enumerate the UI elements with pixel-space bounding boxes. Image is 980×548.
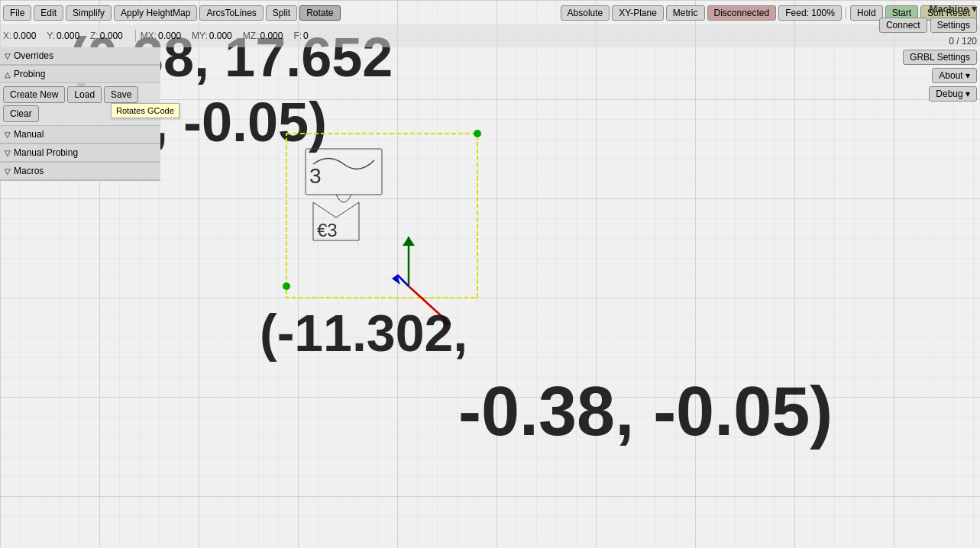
overrides-chevron: ▽ (5, 52, 11, 60)
y-value: 0.000 (57, 31, 87, 41)
disconnected-button[interactable]: Disconnected (707, 5, 777, 21)
hold-button[interactable]: Hold (850, 5, 883, 21)
metric-button[interactable]: Metric (666, 5, 705, 21)
tooltip-text: Rotates GCode (116, 106, 174, 115)
create-new-button[interactable]: Create New (3, 86, 65, 103)
macros-label: Macros (14, 166, 44, 176)
mx-value: 0.000 (158, 31, 189, 41)
manual-probing-header[interactable]: ▽ Manual Probing (0, 144, 160, 162)
about-row: About ▾ (932, 68, 977, 83)
manual-chevron: ▽ (5, 131, 11, 139)
file-button[interactable]: File (3, 5, 31, 21)
rotate-tooltip: Rotates GCode (111, 103, 180, 118)
overrides-section: ▽ Overrides (0, 47, 160, 66)
f-label: F: (293, 31, 302, 41)
macros-header[interactable]: ▽ Macros (0, 163, 160, 180)
mx-coord-display: MX: 0.000 (141, 31, 189, 41)
my-label: MY: (192, 31, 208, 41)
macros-chevron: ▽ (5, 167, 11, 176)
svg-text:, -0.05): , -0.05) (153, 92, 327, 153)
arcs-to-lines-button[interactable]: ArcsToLines (199, 5, 263, 21)
x-value: 0.000 (13, 31, 44, 41)
grbl-row: GRBL Settings (903, 50, 977, 65)
x-coord-display: X: 0.000 (3, 31, 44, 41)
x-label: X: (3, 31, 11, 41)
z-coord-display: Z: 0.000 (90, 31, 131, 41)
settings-button[interactable]: Settings (930, 18, 977, 33)
manual-probing-section: ▽ Manual Probing (0, 144, 160, 163)
top-toolbar: File Edit Simplify Apply HeightMap ArcsT… (0, 0, 980, 47)
absolute-button[interactable]: Absolute (561, 5, 610, 21)
xy-plane-button[interactable]: XY-Plane (612, 5, 664, 21)
split-button[interactable]: Split (266, 5, 297, 21)
z-label: Z: (90, 31, 99, 41)
feed-button[interactable]: Feed: 100% (778, 5, 842, 21)
separator1 (846, 7, 846, 19)
save-button[interactable]: Save (104, 86, 138, 103)
toolbar-row2: X: 0.000 Y: 0.000 Z: 0.000 MX: 0.000 MY:… (0, 24, 980, 47)
edit-button[interactable]: Edit (34, 5, 63, 21)
mz-label: MZ: (243, 31, 259, 41)
macros-section: ▽ Macros (0, 163, 160, 181)
progress-text: 0 / 120 (949, 36, 977, 47)
y-coord-display: Y: 0.000 (47, 31, 87, 41)
apply-heightmap-button[interactable]: Apply HeightMap (114, 5, 197, 21)
my-value: 0.000 (209, 31, 240, 41)
rotate-button[interactable]: Rotate (299, 5, 340, 21)
overrides-header[interactable]: ▽ Overrides (0, 47, 160, 65)
svg-point-9 (474, 130, 481, 137)
probing-label: Probing (14, 69, 45, 79)
connect-settings-row: Connect Settings (879, 18, 977, 33)
debug-row: Debug ▾ (929, 86, 977, 102)
f-coord-display: F: 0 (293, 31, 334, 41)
manual-label: Manual (14, 129, 44, 140)
svg-text:€3: €3 (317, 220, 338, 240)
mz-coord-display: MZ: 0.000 (243, 31, 291, 41)
probing-chevron: △ (5, 70, 11, 79)
overrides-label: Overrides (14, 50, 53, 61)
machine-label[interactable]: Machine ▾ (929, 3, 977, 15)
progress-row: 0 / 120 (949, 36, 977, 47)
right-panel: Machine ▾ Connect Settings 0 / 120 GRBL … (888, 0, 980, 105)
about-button[interactable]: About ▾ (932, 68, 977, 83)
simplify-button[interactable]: Simplify (66, 5, 112, 21)
grbl-settings-button[interactable]: GRBL Settings (903, 50, 977, 65)
y-label: Y: (47, 31, 55, 41)
mx-label: MX: (141, 31, 157, 41)
coord-separator (135, 30, 136, 42)
f-value: 0 (303, 31, 334, 41)
probing-header[interactable]: △ Probing (0, 66, 160, 83)
svg-text:-0.38, -0.05): -0.38, -0.05) (458, 373, 833, 450)
my-coord-display: MY: 0.000 (192, 31, 240, 41)
machine-row: Machine ▾ (929, 3, 977, 15)
mz-value: 0.000 (260, 31, 290, 41)
manual-probing-chevron: ▽ (5, 149, 11, 157)
load-button[interactable]: Load (67, 86, 102, 103)
clear-button[interactable]: Clear (3, 105, 39, 122)
svg-text:3: 3 (309, 164, 322, 188)
connect-button[interactable]: Connect (879, 18, 927, 33)
manual-header[interactable]: ▽ Manual (0, 126, 160, 143)
debug-button[interactable]: Debug ▾ (929, 86, 977, 102)
svg-text:(-11.302,: (-11.302, (260, 304, 467, 362)
svg-point-8 (283, 282, 290, 290)
manual-section: ▽ Manual (0, 126, 160, 144)
manual-probing-label: Manual Probing (14, 147, 78, 158)
toolbar-row1: File Edit Simplify Apply HeightMap ArcsT… (0, 0, 980, 24)
z-value: 0.000 (100, 31, 131, 41)
